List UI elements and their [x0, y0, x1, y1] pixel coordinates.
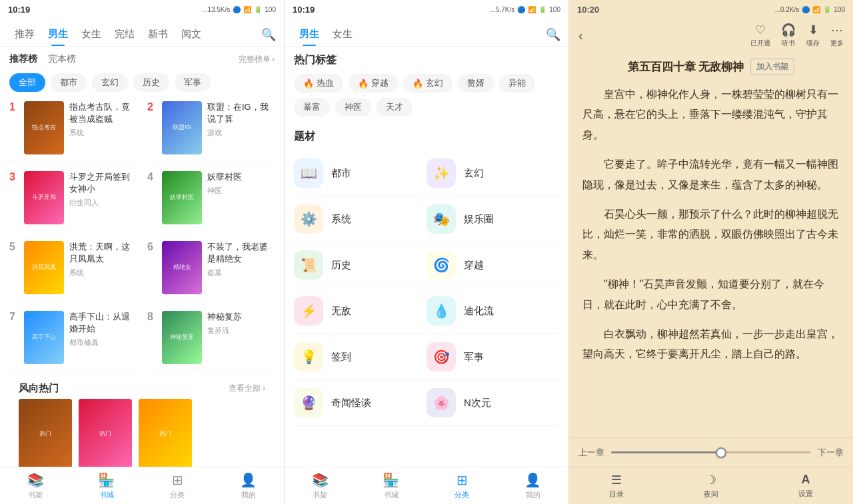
- genre-n-times[interactable]: 🌸 N次元: [426, 380, 559, 426]
- book-cover-4: 妖孽村医: [162, 171, 202, 224]
- hot-tags-row-2: 暴富 神医 天才: [294, 98, 559, 117]
- list-item[interactable]: 热门: [139, 399, 192, 467]
- progress-slider[interactable]: [611, 451, 811, 453]
- main-nav-tabs-2: 男生 女生 🔍: [285, 19, 568, 47]
- genre-system[interactable]: ⚙️ 系统: [294, 196, 426, 242]
- status-bar-2: 10:19 ...5.7K/s 🔵 📶 🔋 100: [285, 0, 568, 19]
- prev-chapter-button[interactable]: 上一章: [578, 447, 604, 459]
- tag-shenyi[interactable]: 神医: [335, 98, 371, 117]
- tab-female-2[interactable]: 女生: [326, 23, 359, 46]
- book-tag-2: 游戏: [207, 128, 275, 138]
- tab-male-2[interactable]: 男生: [293, 23, 326, 46]
- tool-vip[interactable]: ♡ 已开通: [750, 23, 770, 48]
- book-title-2: 联盟：在IG，我说了算: [207, 101, 275, 125]
- search-icon-2[interactable]: 🔍: [546, 27, 560, 42]
- rank-tab-complete[interactable]: 完本榜: [48, 53, 76, 65]
- trending-books: 热门 热门 热门: [9, 399, 275, 467]
- reader-tools: ♡ 已开通 🎧 听书 ⬇ 缓存 ⋯ 更多: [750, 23, 844, 48]
- genre-urban[interactable]: 📖 都市: [294, 150, 426, 196]
- tab-yuewen[interactable]: 阅文: [175, 23, 208, 46]
- list-item[interactable]: 6 精绝女 不装了，我老婆是精绝女 盗墓: [147, 236, 275, 300]
- tool-cache[interactable]: ⬇ 缓存: [806, 23, 820, 48]
- reader-content[interactable]: 皇宫中，柳神化作人身，一株碧莹莹的柳树只有一尺高，悬在它的头上，垂落下一缕缕混沌…: [569, 78, 853, 437]
- full-list-link[interactable]: 完整榜单 ›: [239, 54, 275, 65]
- list-header-1: 推荐榜 完本榜 完整榜单 ›: [0, 47, 284, 69]
- nav-night-mode[interactable]: ☽ 夜间: [664, 473, 758, 499]
- cat-urban[interactable]: 都市: [51, 73, 87, 92]
- nav-label-bookstore-2: 书城: [384, 490, 399, 500]
- battery-level-2: 100: [549, 6, 560, 13]
- settings-icon: A: [802, 473, 810, 487]
- genre-military[interactable]: 🎯 军事: [426, 334, 559, 380]
- tag-zhuiyu[interactable]: 赘婿: [458, 74, 494, 93]
- genre-history[interactable]: 📜 历史: [294, 242, 426, 288]
- status-time-3: 10:20: [577, 5, 599, 15]
- list-item[interactable]: 热门: [19, 399, 72, 467]
- genre-section: 题材 📖 都市 ✨ 玄幻 ⚙️ 系统 🎭 娱乐圈: [285, 126, 568, 426]
- nav-label-category-1: 分类: [170, 490, 185, 500]
- nav-settings[interactable]: A 设置: [758, 473, 853, 499]
- next-chapter-button[interactable]: 下一章: [818, 447, 844, 459]
- status-bar-1: 10:19 ...13.5K/s 🔵 📶 🔋 100: [0, 0, 284, 19]
- cat-history[interactable]: 历史: [133, 73, 169, 92]
- trending-cover-2: 热门: [79, 399, 132, 467]
- genre-fantasy[interactable]: ✨ 玄幻: [426, 150, 559, 196]
- nav-toc[interactable]: ☰ 目录: [569, 473, 664, 499]
- genre-icon-history: 📜: [294, 250, 323, 280]
- add-shelf-button[interactable]: 加入书架: [750, 59, 794, 75]
- tab-complete[interactable]: 完结: [108, 23, 141, 46]
- tag-tiancai[interactable]: 天才: [377, 98, 413, 117]
- trending-link[interactable]: 查看全部 ›: [229, 383, 265, 394]
- list-item[interactable]: 2 联盟IG 联盟：在IG，我说了算 游戏: [147, 96, 275, 160]
- rank-tab-recommend[interactable]: 推荐榜: [9, 53, 37, 65]
- tool-more[interactable]: ⋯ 更多: [830, 23, 844, 48]
- cat-military[interactable]: 军事: [175, 73, 211, 92]
- tag-hot-blood[interactable]: 🔥 热血: [294, 74, 343, 93]
- genre-strange[interactable]: 🔮 奇闻怪谈: [294, 380, 426, 426]
- tab-recommend[interactable]: 推荐: [8, 23, 41, 46]
- tab-male[interactable]: 男生: [41, 23, 75, 46]
- nav-label-settings: 设置: [798, 489, 813, 499]
- book-title-6: 不装了，我老婆是精绝女: [207, 241, 275, 265]
- panel-category: 10:19 ...5.7K/s 🔵 📶 🔋 100 男生 女生 🔍 热门标签 🔥…: [285, 0, 569, 504]
- nav-bookshelf-1[interactable]: 📚 书架: [0, 472, 71, 500]
- genre-invincible[interactable]: ⚡ 无敌: [294, 288, 426, 334]
- genre-entertainment[interactable]: 🎭 娱乐圈: [426, 196, 559, 242]
- vip-icon: ♡: [755, 23, 766, 37]
- list-item[interactable]: 7 高手下山 高手下山：从退婚开始 都市修真: [9, 306, 137, 370]
- nav-profile-2[interactable]: 👤 我的: [498, 472, 569, 500]
- genre-icon-invincible: ⚡: [294, 296, 323, 326]
- nav-bookshelf-2[interactable]: 📚 书架: [285, 472, 356, 500]
- nav-category-2[interactable]: ⊞ 分类: [426, 472, 498, 500]
- panel-reader: 10:20 ...0.2K/s 🔵 📶 🔋 100 ‹ ♡ 已开通 🎧 听书 ⬇…: [569, 0, 853, 504]
- nav-category-1[interactable]: ⊞ 分类: [142, 472, 213, 500]
- back-button[interactable]: ‹: [578, 28, 583, 43]
- progress-thumb[interactable]: [716, 447, 726, 458]
- tool-listen[interactable]: 🎧 听书: [781, 23, 796, 48]
- tag-xuanhuan[interactable]: 🔥 玄幻: [403, 74, 452, 93]
- list-item[interactable]: 3 斗罗开局 斗罗之开局签到女神小 衍生同人: [9, 166, 137, 230]
- search-icon-1[interactable]: 🔍: [261, 27, 276, 42]
- list-item[interactable]: 1 指点考古 指点考古队，竟被当成盗贼 系统: [9, 96, 137, 160]
- genre-transmigration[interactable]: 🌀 穿越: [426, 242, 559, 288]
- list-item[interactable]: 5 洪荒凤凰 洪荒：天啊，这只凤凰太 系统: [9, 236, 137, 300]
- book-title-4: 妖孽村医: [207, 171, 275, 183]
- listen-icon: 🎧: [781, 23, 796, 37]
- list-item[interactable]: 8 神秘复苏 神秘复苏 复苏流: [147, 306, 275, 370]
- tab-new[interactable]: 新书: [141, 23, 175, 46]
- genre-icon-system: ⚙️: [294, 204, 323, 234]
- nav-bookstore-1[interactable]: 🏪 书城: [71, 472, 143, 500]
- nav-profile-1[interactable]: 👤 我的: [213, 472, 285, 500]
- list-item[interactable]: 热门: [79, 399, 132, 467]
- tab-female[interactable]: 女生: [75, 23, 108, 46]
- tag-yineng[interactable]: 异能: [499, 74, 535, 93]
- genre-signin[interactable]: 💡 签到: [294, 334, 426, 380]
- genre-dihua[interactable]: 💧 迪化流: [426, 288, 559, 334]
- tag-baofu[interactable]: 暴富: [294, 98, 330, 117]
- night-icon: ☽: [706, 473, 716, 487]
- tag-transmigration[interactable]: 🔥 穿越: [349, 74, 398, 93]
- cat-fantasy[interactable]: 玄幻: [92, 73, 128, 92]
- nav-bookstore-2[interactable]: 🏪 书城: [356, 472, 427, 500]
- cat-all[interactable]: 全部: [9, 73, 45, 92]
- list-item[interactable]: 4 妖孽村医 妖孽村医 神医: [147, 166, 275, 230]
